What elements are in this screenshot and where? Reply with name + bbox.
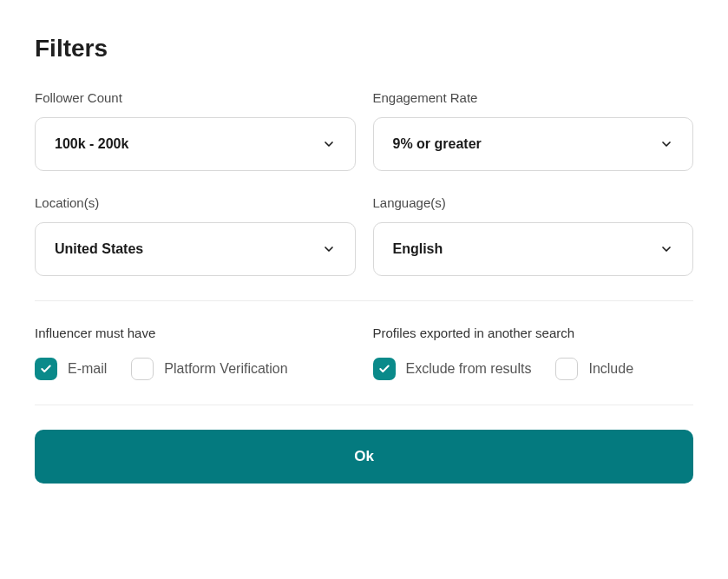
checkbox-platform-verification[interactable]: Platform Verification	[131, 358, 287, 380]
checkbox-box	[555, 358, 578, 380]
chevron-down-icon	[659, 137, 673, 151]
locations-value: United States	[55, 241, 143, 257]
divider	[35, 300, 693, 301]
checkbox-exclude-label: Exclude from results	[406, 361, 532, 377]
follower-count-select[interactable]: 100k - 200k	[35, 117, 356, 171]
chevron-down-icon	[659, 242, 673, 256]
locations-select[interactable]: United States	[35, 222, 356, 276]
engagement-rate-label: Engagement Rate	[373, 90, 694, 105]
ok-button[interactable]: Ok	[35, 430, 693, 484]
checkbox-exclude[interactable]: Exclude from results	[373, 358, 532, 380]
filters-grid: Follower Count 100k - 200k Engagement Ra…	[35, 90, 693, 276]
follower-count-value: 100k - 200k	[55, 136, 128, 152]
chevron-down-icon	[322, 242, 336, 256]
field-engagement-rate: Engagement Rate 9% or greater	[373, 90, 694, 171]
engagement-rate-value: 9% or greater	[393, 136, 482, 152]
languages-value: English	[393, 241, 443, 257]
must-have-label: Influencer must have	[35, 326, 356, 340]
checkbox-box	[373, 358, 396, 380]
engagement-rate-select[interactable]: 9% or greater	[373, 117, 694, 171]
field-languages: Language(s) English	[373, 195, 694, 276]
check-icon	[378, 363, 390, 375]
checkbox-box	[131, 358, 154, 380]
page-title: Filters	[35, 35, 693, 63]
follower-count-label: Follower Count	[35, 90, 356, 105]
checkbox-section: Influencer must have E-mail Platform Ver…	[35, 326, 693, 380]
checkbox-include-label: Include	[588, 361, 633, 377]
must-have-row: E-mail Platform Verification	[35, 358, 356, 380]
checkbox-email[interactable]: E-mail	[35, 358, 107, 380]
exported-label: Profiles exported in another search	[373, 326, 694, 340]
field-locations: Location(s) United States	[35, 195, 356, 276]
divider	[35, 405, 693, 405]
checkbox-box	[35, 358, 57, 380]
exported-row: Exclude from results Include	[373, 358, 694, 380]
must-have-group: Influencer must have E-mail Platform Ver…	[35, 326, 356, 380]
locations-label: Location(s)	[35, 195, 356, 210]
chevron-down-icon	[322, 137, 336, 151]
checkbox-email-label: E-mail	[68, 361, 107, 377]
languages-label: Language(s)	[373, 195, 694, 210]
checkbox-platform-verification-label: Platform Verification	[164, 361, 287, 377]
check-icon	[40, 363, 52, 375]
languages-select[interactable]: English	[373, 222, 694, 276]
field-follower-count: Follower Count 100k - 200k	[35, 90, 356, 171]
exported-group: Profiles exported in another search Excl…	[373, 326, 694, 380]
checkbox-include[interactable]: Include	[555, 358, 633, 380]
